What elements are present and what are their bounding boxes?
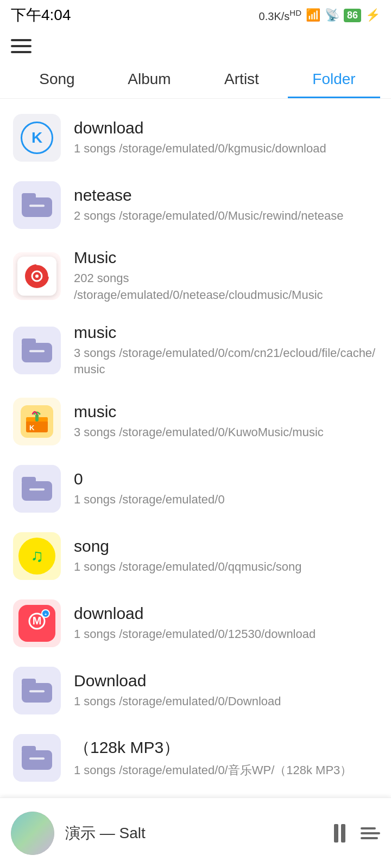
folder-list: K download 1 songs /storage/emulated/0/k… bbox=[0, 104, 391, 868]
album-art bbox=[11, 812, 54, 855]
folder-meta: 2 songs /storage/emulated/0/Music/rewind… bbox=[74, 208, 378, 225]
svg-rect-6 bbox=[35, 414, 39, 422]
bottom-player: 演示 — Salt bbox=[0, 797, 391, 868]
folder-icon-128k-mp3 bbox=[13, 734, 61, 782]
folder-icon-zero bbox=[13, 465, 61, 513]
list-item[interactable]: M + download 1 songs /storage/emulated/0… bbox=[0, 590, 391, 657]
folder-icon-netease-folder bbox=[13, 181, 61, 229]
kuwo-music-icon: K bbox=[17, 402, 56, 441]
folder-info: download 1 songs /storage/emulated/0/kgm… bbox=[74, 119, 378, 157]
folder-meta: 1 songs /storage/emulated/0/kgmusic/down… bbox=[74, 141, 378, 157]
folder-name: Music bbox=[74, 248, 378, 267]
folder-info: download 1 songs /storage/emulated/0/125… bbox=[74, 604, 378, 643]
status-bar: 下午4:04 0.3K/sHD 📶 📡 86 ⚡ bbox=[0, 0, 391, 30]
folder-meta: 1 songs /storage/emulated/0/Download bbox=[74, 693, 378, 710]
qq-music-icon: ♫ bbox=[18, 538, 55, 575]
charging-icon: ⚡ bbox=[365, 8, 380, 22]
folder-meta: 1 songs /storage/emulated/0/qqmusic/song bbox=[74, 559, 378, 576]
folder-name: Download bbox=[74, 672, 378, 690]
tab-folder[interactable]: Folder bbox=[288, 62, 380, 98]
folder-icon-kuwo: K bbox=[13, 398, 61, 445]
signal-icon: 📶 bbox=[306, 8, 320, 22]
tab-artist[interactable]: Artist bbox=[195, 62, 288, 98]
folder-info: Download 1 songs /storage/emulated/0/Dow… bbox=[74, 672, 378, 710]
tab-album[interactable]: Album bbox=[103, 62, 195, 98]
folder-name: （128k MP3） bbox=[74, 737, 378, 759]
list-item[interactable]: netease 2 songs /storage/emulated/0/Musi… bbox=[0, 171, 391, 239]
svg-text:K: K bbox=[29, 424, 35, 432]
folder-name: netease bbox=[74, 186, 378, 205]
player-avatar[interactable] bbox=[11, 812, 54, 855]
folder-icon-huawei-music: M + bbox=[13, 599, 61, 647]
svg-text:M: M bbox=[33, 615, 42, 627]
folder-icon-download bbox=[13, 667, 61, 714]
svg-text:+: + bbox=[45, 612, 47, 617]
svg-point-2 bbox=[35, 275, 39, 278]
player-title: 演示 — Salt bbox=[65, 823, 334, 844]
folder-name: download bbox=[74, 119, 378, 137]
player-info: 演示 — Salt bbox=[65, 823, 334, 844]
folder-icon-netease-cloud bbox=[13, 252, 61, 300]
folder-meta: 202 songs /storage/emulated/0/netease/cl… bbox=[74, 270, 378, 304]
navigation-tabs: Song Album Artist Folder bbox=[0, 62, 391, 99]
list-item[interactable]: K music 3 songs /storage/emulated/0/Kuwo… bbox=[0, 388, 391, 455]
pause-button[interactable] bbox=[334, 824, 345, 843]
list-item[interactable]: 0 1 songs /storage/emulated/0 bbox=[0, 455, 391, 522]
folder-info: music 3 songs /storage/emulated/0/KuwoMu… bbox=[74, 403, 378, 441]
folder-name: music bbox=[74, 403, 378, 421]
network-speed: 0.3K/sHD bbox=[259, 8, 301, 23]
folder-icon-qqmusic: ♫ bbox=[13, 532, 61, 580]
folder-icon-ecloud bbox=[13, 327, 61, 374]
wifi-icon: 📡 bbox=[325, 8, 339, 22]
netease-cloud-icon bbox=[17, 257, 56, 296]
list-item[interactable]: Download 1 songs /storage/emulated/0/Dow… bbox=[0, 657, 391, 724]
folder-meta: 3 songs /storage/emulated/0/KuwoMusic/mu… bbox=[74, 424, 378, 441]
folder-info: （128k MP3） 1 songs /storage/emulated/0/音… bbox=[74, 737, 378, 779]
folder-info: music 3 songs /storage/emulated/0/com/cn… bbox=[74, 323, 378, 379]
huawei-music-icon: M + bbox=[18, 605, 55, 642]
hamburger-menu-button[interactable] bbox=[0, 30, 391, 62]
tab-song[interactable]: Song bbox=[11, 62, 103, 98]
list-item[interactable]: Music 202 songs /storage/emulated/0/nete… bbox=[0, 239, 391, 314]
folder-info: Music 202 songs /storage/emulated/0/nete… bbox=[74, 248, 378, 304]
kg-music-icon: K bbox=[21, 122, 53, 154]
folder-meta: 1 songs /storage/emulated/0/12530/downlo… bbox=[74, 626, 378, 643]
folder-meta: 3 songs /storage/emulated/0/com/cn21/ecl… bbox=[74, 345, 378, 379]
folder-name: 0 bbox=[74, 470, 378, 488]
folder-info: song 1 songs /storage/emulated/0/qqmusic… bbox=[74, 537, 378, 576]
list-item[interactable]: music 3 songs /storage/emulated/0/com/cn… bbox=[0, 314, 391, 388]
folder-info: 0 1 songs /storage/emulated/0 bbox=[74, 470, 378, 508]
folder-meta: 1 songs /storage/emulated/0 bbox=[74, 492, 378, 508]
folder-name: music bbox=[74, 323, 378, 342]
folder-info: netease 2 songs /storage/emulated/0/Musi… bbox=[74, 186, 378, 225]
folder-icon-kg: K bbox=[13, 114, 61, 162]
folder-meta: 1 songs /storage/emulated/0/音乐WP/（128k M… bbox=[74, 762, 378, 779]
status-time: 下午4:04 bbox=[11, 5, 71, 25]
list-item[interactable]: K download 1 songs /storage/emulated/0/k… bbox=[0, 104, 391, 171]
hamburger-icon[interactable] bbox=[11, 39, 380, 53]
battery-indicator: 86 bbox=[344, 9, 361, 22]
folder-name: download bbox=[74, 604, 378, 623]
playlist-button[interactable] bbox=[361, 827, 380, 839]
svg-text:♫: ♫ bbox=[30, 546, 43, 565]
status-icons: 0.3K/sHD 📶 📡 86 ⚡ bbox=[259, 8, 380, 23]
list-item[interactable]: ♫ song 1 songs /storage/emulated/0/qqmus… bbox=[0, 522, 391, 590]
player-controls bbox=[334, 824, 380, 843]
folder-name: song bbox=[74, 537, 378, 556]
list-item[interactable]: （128k MP3） 1 songs /storage/emulated/0/音… bbox=[0, 724, 391, 792]
